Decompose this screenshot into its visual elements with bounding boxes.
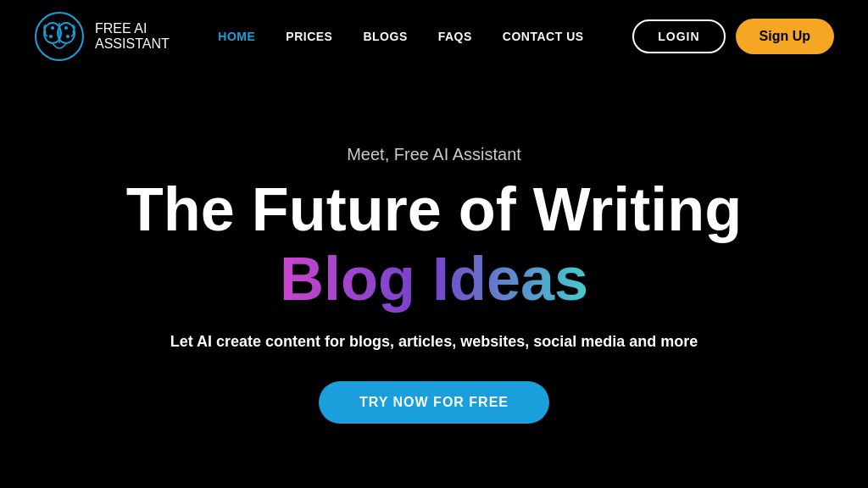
nav-links: HOME PRICES BLOGS FAQS CONTACT US [218, 29, 583, 44]
nav-buttons: LOGIN Sign Up [632, 19, 834, 54]
svg-point-6 [49, 35, 53, 38]
nav-link-prices[interactable]: PRICES [286, 30, 332, 43]
nav-link-blogs[interactable]: BLOGS [363, 30, 407, 43]
navbar: FREE AI ASSISTANT HOME PRICES BLOGS FAQS… [0, 0, 868, 72]
hero-section: Meet, Free AI Assistant The Future of Wr… [0, 72, 868, 488]
svg-point-2 [58, 23, 75, 43]
nav-link-contact[interactable]: CONTACT US [503, 30, 584, 43]
hero-description: Let AI create content for blogs, article… [170, 333, 698, 351]
nav-item-contact[interactable]: CONTACT US [503, 29, 584, 44]
svg-point-4 [51, 26, 54, 30]
hero-subtitle: Meet, Free AI Assistant [347, 145, 521, 164]
login-button[interactable]: LOGIN [632, 19, 725, 53]
hero-word-ideas: Ideas [432, 245, 588, 313]
logo-text: FREE AI ASSISTANT [95, 21, 170, 51]
nav-item-home[interactable]: HOME [218, 29, 255, 44]
logo-line2: ASSISTANT [95, 36, 170, 52]
hero-title-line1: The Future of Writing [126, 178, 743, 242]
hero-word-blog: Blog [280, 245, 415, 313]
nav-item-prices[interactable]: PRICES [286, 29, 332, 44]
svg-point-5 [64, 26, 68, 30]
hero-title-line2: Blog Ideas [280, 246, 588, 313]
nav-item-blogs[interactable]: BLOGS [363, 29, 407, 44]
nav-link-faqs[interactable]: FAQS [438, 30, 472, 43]
logo-line1: FREE AI [95, 21, 170, 36]
logo[interactable]: FREE AI ASSISTANT [34, 11, 170, 62]
svg-point-1 [44, 23, 61, 43]
nav-item-faqs[interactable]: FAQS [438, 29, 472, 44]
cta-button[interactable]: TRY NOW FOR FREE [319, 381, 549, 424]
signup-button[interactable]: Sign Up [736, 19, 834, 54]
logo-icon [34, 11, 85, 62]
nav-link-home[interactable]: HOME [218, 30, 255, 43]
svg-point-7 [66, 35, 70, 38]
